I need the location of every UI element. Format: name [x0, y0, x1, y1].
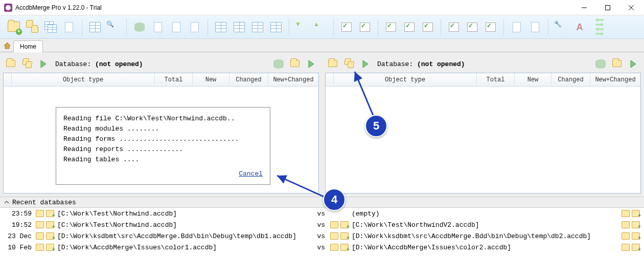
right-run-button[interactable]: [358, 56, 373, 72]
apply-3-button[interactable]: [482, 18, 499, 36]
vs-label: vs: [317, 232, 325, 240]
progress-line: Reading file C:\Work\Test\Northwind.accd…: [63, 114, 263, 124]
progress-line: Reading tables ....: [63, 155, 263, 165]
find-button[interactable]: 🔍: [105, 18, 122, 36]
folder-icon: [622, 210, 630, 217]
folder-add-icon: [46, 210, 54, 217]
apply-2-button[interactable]: [464, 18, 481, 36]
folder-icon: [36, 232, 44, 240]
folder-icon: [622, 232, 630, 240]
recent-row[interactable]: 10 Feb[D:\Work\AccdbMerge\Issues\color1.…: [0, 242, 644, 253]
right-db-label: Database: (not opened): [377, 60, 465, 68]
close-button[interactable]: [619, 0, 643, 15]
annotation-badge-5: 5: [365, 115, 387, 137]
folder-add-icon: [46, 244, 54, 251]
folder-add-icon: [340, 232, 349, 240]
col-total[interactable]: Total: [155, 73, 193, 86]
left-settings-button[interactable]: [287, 56, 303, 72]
left-panel: Database: (not opened) Object type Total…: [0, 52, 322, 197]
recent-row[interactable]: 23 Dec[D:\Work\ksdbmt\src\AccdbMerge.Bdd…: [0, 230, 644, 242]
recent-left-path: [D:\Work\AccdbMerge\Issues\color1.accdb]: [57, 244, 217, 251]
recent-right-path: [D:\Work\ksdbmt\src\AccdbMerge.Bdd\bin\D…: [352, 232, 591, 240]
folder-icon: [36, 210, 44, 217]
help-button[interactable]: A: [571, 18, 588, 36]
folder-add-icon: [46, 221, 54, 228]
left-db-label: Database: (not opened): [55, 60, 143, 68]
table-3-button[interactable]: [249, 18, 266, 36]
nav-arrows-button[interactable]: [593, 18, 606, 36]
annotation-badge-4: 4: [323, 188, 346, 211]
col-changed[interactable]: Changed: [229, 73, 268, 86]
vs-label: vs: [317, 221, 325, 229]
left-refresh-button[interactable]: [271, 56, 286, 72]
right-settings-button[interactable]: [609, 56, 625, 72]
recent-row[interactable]: 23:59[C:\Work\Test\Northwind.accdb]vs(em…: [0, 208, 644, 219]
folder-add-icon: [340, 221, 349, 228]
progress-line: Reading reports ..............: [63, 144, 263, 155]
check-2-button[interactable]: [356, 18, 374, 36]
left-play-button[interactable]: [304, 56, 319, 72]
merge-2-button[interactable]: [401, 18, 418, 36]
settings-button[interactable]: 🔧: [553, 18, 570, 36]
recent-header[interactable]: Recent databases: [0, 197, 644, 208]
open-file-button[interactable]: [5, 18, 22, 36]
col-new-changed[interactable]: New+Changed: [590, 73, 640, 86]
svg-rect-1: [606, 5, 610, 10]
right-open-pair-button[interactable]: [341, 56, 357, 72]
folder-add-icon: [632, 244, 640, 251]
open-pair-button[interactable]: [24, 18, 41, 36]
right-play-button[interactable]: [626, 56, 641, 72]
title-bar: AccdbMerge Pro v 1.22.0 - Trial: [0, 0, 644, 15]
folder-icon: [330, 221, 338, 228]
col-object-type[interactable]: Object type: [334, 73, 477, 86]
merge-1-button[interactable]: [382, 18, 400, 36]
query-button[interactable]: [86, 18, 104, 36]
main-toolbar: 🔍 ▼ ▲ 🔧 A: [0, 15, 644, 39]
copy-button[interactable]: [42, 18, 59, 36]
sql-button[interactable]: [60, 18, 78, 36]
maximize-button[interactable]: [596, 0, 619, 15]
export-text-button[interactable]: [186, 18, 203, 36]
cancel-link[interactable]: Cancel: [239, 170, 263, 178]
folder-icon: [36, 244, 44, 251]
table-1-button[interactable]: [212, 18, 229, 36]
left-open-pair-button[interactable]: [19, 56, 35, 72]
db-refresh-button[interactable]: [131, 18, 148, 36]
col-changed[interactable]: Changed: [551, 73, 590, 86]
main-area: Database: (not opened) Object type Total…: [0, 52, 644, 197]
export-excel-button[interactable]: [168, 18, 185, 36]
right-refresh-button[interactable]: [593, 56, 608, 72]
left-run-button[interactable]: [36, 56, 51, 72]
left-open-db-button[interactable]: [3, 56, 18, 72]
folder-add-icon: [46, 232, 54, 240]
recent-right-empty: (empty): [352, 210, 380, 218]
export-button[interactable]: [149, 18, 167, 36]
recent-list: 23:59[C:\Work\Test\Northwind.accdb]vs(em…: [0, 208, 644, 253]
sync-up-button[interactable]: ▲: [312, 18, 329, 36]
table-4-button[interactable]: [267, 18, 285, 36]
apply-1-button[interactable]: [445, 18, 463, 36]
table-2-button[interactable]: [231, 18, 248, 36]
script-1-button[interactable]: [508, 18, 525, 36]
merge-3-button[interactable]: [419, 18, 436, 36]
col-new[interactable]: New: [515, 73, 551, 86]
right-open-db-button[interactable]: [325, 56, 340, 72]
col-new[interactable]: New: [193, 73, 229, 86]
vs-label: vs: [317, 210, 325, 218]
check-1-button[interactable]: [338, 18, 355, 36]
minimize-button[interactable]: [572, 0, 596, 15]
recent-row[interactable]: 19:52[C:\Work\Test\Northwind.accdb]vs[C:…: [0, 219, 644, 230]
col-total[interactable]: Total: [477, 73, 515, 86]
folder-icon: [330, 244, 338, 251]
col-object-type[interactable]: Object type: [12, 73, 155, 86]
tab-home[interactable]: Home: [13, 40, 43, 52]
col-new-changed[interactable]: New+Changed: [268, 73, 318, 86]
home-icon: [3, 41, 11, 50]
folder-add-icon: [632, 221, 640, 228]
folder-add-icon: [340, 244, 349, 251]
sync-down-button[interactable]: ▼: [293, 18, 311, 36]
tab-bar: Home: [0, 39, 644, 52]
script-2-button[interactable]: [526, 18, 544, 36]
folder-icon: [36, 221, 44, 228]
recent-time: 23 Dec: [3, 232, 32, 240]
